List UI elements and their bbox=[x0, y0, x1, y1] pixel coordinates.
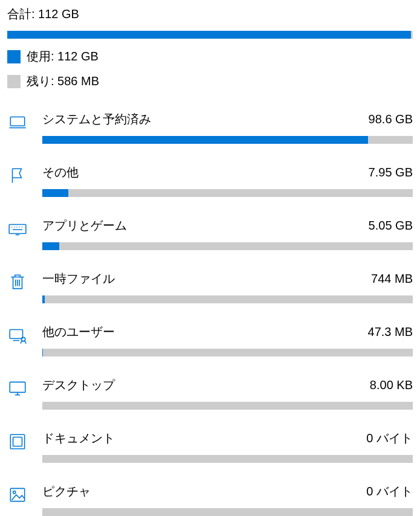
category-row[interactable]: 他のユーザー47.3 MB bbox=[7, 324, 413, 356]
category-content: ドキュメント0 バイト bbox=[42, 430, 413, 463]
storage-categories: システムと予約済み98.6 GBその他7.95 GBアプリとゲーム5.05 GB… bbox=[7, 111, 413, 516]
category-header: ピクチャ0 バイト bbox=[42, 483, 413, 500]
total-storage-bar-fill bbox=[7, 31, 411, 39]
category-row[interactable]: 一時ファイル744 MB bbox=[7, 271, 413, 303]
category-bar-fill bbox=[42, 189, 68, 197]
category-header: その他7.95 GB bbox=[42, 164, 413, 181]
category-label: システムと予約済み bbox=[42, 111, 151, 127]
category-bar bbox=[42, 402, 413, 410]
category-size: 5.05 GB bbox=[369, 219, 413, 233]
category-header: ドキュメント0 バイト bbox=[42, 430, 413, 447]
category-size: 98.6 GB bbox=[369, 112, 413, 126]
category-size: 8.00 KB bbox=[370, 378, 413, 392]
category-content: システムと予約済み98.6 GB bbox=[42, 111, 413, 144]
category-size: 7.95 GB bbox=[369, 166, 413, 179]
used-legend-label: 使用: 112 GB bbox=[27, 48, 99, 65]
category-label: アプリとゲーム bbox=[42, 218, 127, 234]
category-header: アプリとゲーム5.05 GB bbox=[42, 218, 413, 234]
used-legend-row: 使用: 112 GB bbox=[7, 48, 413, 65]
category-size: 0 バイト bbox=[366, 430, 413, 447]
category-row[interactable]: その他7.95 GB bbox=[7, 164, 413, 197]
category-content: 一時ファイル744 MB bbox=[42, 271, 413, 303]
category-content: ピクチャ0 バイト bbox=[42, 483, 413, 516]
category-bar bbox=[42, 455, 413, 463]
category-label: 他のユーザー bbox=[42, 324, 115, 340]
category-bar bbox=[42, 349, 413, 356]
category-row[interactable]: デスクトップ8.00 KB bbox=[7, 377, 413, 410]
category-bar bbox=[42, 242, 413, 250]
picture-icon bbox=[7, 485, 28, 505]
category-header: デスクトップ8.00 KB bbox=[42, 377, 413, 393]
category-label: 一時ファイル bbox=[42, 271, 115, 287]
used-legend-swatch bbox=[7, 50, 21, 63]
total-storage-label: 合計: 112 GB bbox=[7, 6, 413, 22]
category-content: アプリとゲーム5.05 GB bbox=[42, 218, 413, 250]
monitor-icon bbox=[7, 378, 28, 399]
category-size: 744 MB bbox=[371, 272, 413, 286]
category-row[interactable]: アプリとゲーム5.05 GB bbox=[7, 218, 413, 250]
category-content: その他7.95 GB bbox=[42, 164, 413, 197]
category-size: 0 バイト bbox=[366, 483, 413, 500]
laptop-icon bbox=[7, 112, 28, 133]
category-bar bbox=[42, 136, 413, 144]
flag-icon bbox=[7, 166, 28, 186]
category-label: ドキュメント bbox=[42, 430, 115, 447]
keyboard-icon bbox=[7, 219, 28, 239]
document-icon bbox=[7, 431, 28, 452]
category-header: 一時ファイル744 MB bbox=[42, 271, 413, 287]
category-label: ピクチャ bbox=[42, 483, 91, 500]
users-icon bbox=[7, 325, 28, 346]
category-label: デスクトップ bbox=[42, 377, 115, 393]
category-size: 47.3 MB bbox=[368, 325, 413, 339]
category-bar bbox=[42, 189, 413, 197]
category-header: システムと予約済み98.6 GB bbox=[42, 111, 413, 127]
category-bar bbox=[42, 508, 413, 516]
total-storage-bar bbox=[7, 31, 413, 39]
category-header: 他のユーザー47.3 MB bbox=[42, 324, 413, 340]
category-row[interactable]: システムと予約済み98.6 GB bbox=[7, 111, 413, 144]
category-bar bbox=[42, 295, 413, 303]
category-row[interactable]: ピクチャ0 バイト bbox=[7, 483, 413, 516]
category-content: デスクトップ8.00 KB bbox=[42, 377, 413, 410]
category-bar-fill bbox=[42, 242, 59, 250]
free-legend-label: 残り: 586 MB bbox=[27, 73, 99, 89]
free-legend-row: 残り: 586 MB bbox=[7, 73, 413, 89]
category-bar-fill bbox=[42, 136, 368, 144]
free-legend-swatch bbox=[7, 75, 21, 88]
category-label: その他 bbox=[42, 164, 79, 181]
category-row[interactable]: ドキュメント0 バイト bbox=[7, 430, 413, 463]
category-bar-fill bbox=[42, 295, 45, 303]
trash-icon bbox=[7, 272, 28, 292]
category-content: 他のユーザー47.3 MB bbox=[42, 324, 413, 356]
